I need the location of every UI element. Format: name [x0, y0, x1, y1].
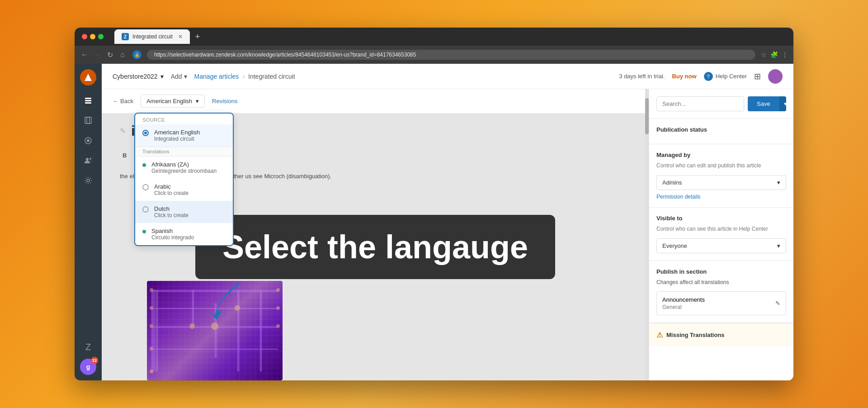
- lang-info-afrikaans: Afrikaans (ZA) Geïntegreerde stroombaan: [151, 161, 226, 174]
- top-nav-right: 3 days left in trial. Buy now ? Help Cen…: [619, 69, 783, 84]
- buy-now-link[interactable]: Buy now: [672, 73, 696, 80]
- home-button[interactable]: ⌂: [118, 51, 127, 59]
- traffic-lights: [82, 34, 104, 39]
- lang-radio-dutch: [142, 206, 149, 213]
- lang-name-dutch: Dutch: [154, 205, 226, 212]
- managed-by-title: Managed by: [656, 152, 786, 158]
- breadcrumb: Manage articles › Integrated circuit: [194, 73, 612, 80]
- svg-point-26: [276, 288, 280, 292]
- maximize-button[interactable]: [98, 34, 104, 39]
- content-with-panel: ← Back American English ▾ Revisions Sour…: [102, 89, 793, 380]
- trial-text: 3 days left in trial.: [619, 73, 665, 80]
- missing-translations-label: Missing Translations: [666, 332, 725, 338]
- svg-point-23: [150, 324, 153, 328]
- lang-name-spanish: Spanish: [151, 228, 226, 234]
- language-item-arabic[interactable]: Arabic Click to create: [135, 179, 233, 201]
- extensions-icon[interactable]: 🧩: [770, 51, 778, 58]
- everyone-dropdown[interactable]: Everyone ▾: [656, 238, 786, 253]
- edit-announcements-icon[interactable]: ✎: [775, 300, 780, 307]
- everyone-dropdown-arrow: ▾: [777, 242, 780, 249]
- notification-badge: 22: [91, 357, 98, 364]
- svg-point-8: [86, 158, 89, 161]
- back-nav-button[interactable]: ←: [80, 51, 89, 59]
- svg-rect-1: [85, 98, 91, 99]
- search-field[interactable]: [656, 96, 744, 111]
- grid-view-icon[interactable]: ⊞: [754, 71, 761, 81]
- save-button[interactable]: Save: [748, 96, 779, 111]
- language-item-dutch[interactable]: Dutch Click to create: [135, 201, 233, 223]
- editor-scrollbar[interactable]: [645, 89, 649, 380]
- language-label: American English: [146, 98, 192, 104]
- tab-title: Integrated circuit: [132, 33, 173, 40]
- brand-dropdown-icon: ▾: [160, 73, 164, 80]
- sidebar-item-settings[interactable]: [80, 172, 96, 189]
- address-input[interactable]: [147, 50, 755, 60]
- sidebar-item-users[interactable]: [80, 152, 96, 169]
- circuit-svg: [147, 281, 283, 380]
- user-avatar-sidebar[interactable]: g 22: [80, 359, 96, 375]
- edit-icon[interactable]: ✎: [120, 127, 126, 135]
- language-item-afrikaans[interactable]: Afrikaans (ZA) Geïntegreerde stroombaan: [135, 157, 233, 179]
- missing-translations-section: ⚠ Missing Translations: [649, 323, 793, 346]
- lang-radio-arabic: [142, 184, 149, 190]
- save-button-group: Save ▾: [748, 96, 786, 111]
- help-center-button[interactable]: ? Help Center: [704, 72, 747, 81]
- language-radio-american-english: [142, 130, 149, 136]
- chip-image: [147, 281, 283, 380]
- language-dropdown[interactable]: Source American English Integrated circu…: [134, 113, 234, 246]
- admins-dropdown[interactable]: Admins ▾: [656, 175, 786, 190]
- visible-to-title: Visible to: [656, 215, 786, 222]
- bookmark-icon[interactable]: ☆: [761, 51, 767, 58]
- warning-icon: ⚠: [656, 331, 663, 339]
- add-button[interactable]: Add ▾: [171, 73, 187, 80]
- back-button[interactable]: ← Back: [113, 98, 133, 104]
- minimize-button[interactable]: [90, 34, 95, 39]
- svg-rect-13: [151, 290, 278, 292]
- save-dropdown-arrow: ▾: [784, 100, 786, 107]
- svg-point-30: [211, 323, 218, 330]
- svg-rect-3: [85, 102, 91, 104]
- permission-details-link[interactable]: Permission details: [656, 194, 786, 200]
- sidebar-item-guide[interactable]: [80, 133, 96, 149]
- sidebar-item-articles[interactable]: [80, 93, 96, 109]
- lang-subtitle: Integrated circuit: [154, 136, 226, 142]
- address-icons: ☆ 🧩 ⋮: [761, 51, 788, 58]
- announcements-info: Announcements General: [662, 296, 705, 310]
- format-bold[interactable]: B: [120, 150, 129, 161]
- lang-dot-afrikaans: [142, 163, 146, 167]
- language-selector-button[interactable]: American English ▾: [141, 95, 205, 108]
- menu-icon[interactable]: ⋮: [782, 51, 788, 58]
- refresh-button[interactable]: ↻: [105, 51, 114, 59]
- forward-nav-button[interactable]: →: [93, 51, 102, 59]
- left-sidebar: Z g 22: [75, 64, 102, 380]
- app-layout: Z g 22 Cyberstore2022 ▾ Add ▾: [75, 64, 793, 380]
- svg-rect-18: [215, 304, 217, 358]
- tab-close-icon[interactable]: ✕: [178, 33, 183, 40]
- svg-point-24: [150, 347, 153, 351]
- active-tab[interactable]: Z Integrated circuit ✕: [114, 29, 190, 44]
- revisions-button[interactable]: Revisions: [212, 98, 237, 104]
- language-item-spanish[interactable]: Spanish Circuito integrado: [135, 223, 233, 245]
- admins-dropdown-arrow: ▾: [777, 179, 780, 186]
- new-tab-button[interactable]: +: [195, 32, 200, 42]
- lang-name: American English: [154, 129, 226, 136]
- language-item-american-english[interactable]: American English Integrated circuit: [135, 124, 233, 147]
- lang-name-afrikaans: Afrikaans (ZA): [151, 161, 226, 168]
- language-dropdown-arrow: ▾: [196, 98, 199, 104]
- brand-selector[interactable]: Cyberstore2022 ▾: [113, 73, 164, 80]
- lang-info-american-english: American English Integrated circuit: [154, 129, 226, 142]
- svg-point-7: [87, 139, 90, 142]
- lang-info-spanish: Spanish Circuito integrado: [151, 228, 226, 241]
- help-center-icon: ?: [704, 72, 713, 81]
- publication-status-title: Publication status: [656, 126, 786, 133]
- translations-divider: Translations: [135, 147, 233, 157]
- visible-to-section: Visible to Control who can see this arti…: [649, 208, 793, 261]
- scroll-thumb[interactable]: [645, 98, 649, 134]
- breadcrumb-manage[interactable]: Manage articles: [194, 73, 239, 80]
- close-button[interactable]: [82, 34, 87, 39]
- sidebar-item-knowledge[interactable]: [80, 113, 96, 129]
- announcements-box[interactable]: Announcements General ✎: [656, 291, 786, 315]
- user-avatar-top[interactable]: [768, 69, 783, 84]
- main-content: Cyberstore2022 ▾ Add ▾ Manage articles ›…: [102, 64, 793, 380]
- save-dropdown-button[interactable]: ▾: [779, 96, 786, 111]
